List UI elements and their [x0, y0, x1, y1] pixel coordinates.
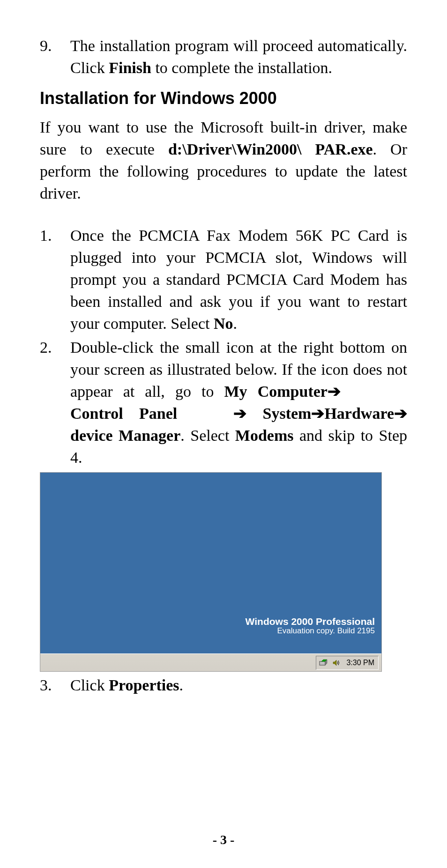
svg-rect-0: [320, 661, 325, 665]
bold-control-panel: Control Panel: [70, 405, 177, 422]
bold-finish: Finish: [109, 59, 151, 76]
step-text: Click Properties.: [70, 675, 407, 697]
taskbar-clock[interactable]: 3:30 PM: [344, 659, 374, 667]
intro-paragraph: If you want to use the Microsoft built-i…: [40, 117, 407, 205]
bold-path: d:\Driver\Win2000\ PAR.exe: [168, 141, 373, 158]
volume-tray-icon[interactable]: [331, 658, 342, 668]
step-9: 9. The installation program will proceed…: [40, 35, 407, 79]
text-fragment: .: [179, 676, 184, 694]
arrow-icon: ➔: [394, 405, 407, 422]
step-number: 2.: [40, 337, 70, 468]
bold-hardware: Hardware: [324, 405, 394, 422]
bold-device-manager: device Manager: [70, 427, 180, 444]
pcmcia-tray-icon[interactable]: [318, 658, 328, 668]
document-body: 9. The installation program will proceed…: [40, 35, 407, 697]
system-tray[interactable]: 3:30 PM: [316, 656, 379, 670]
step-text: Double-click the small icon at the right…: [70, 337, 407, 468]
text-fragment: .: [233, 315, 237, 332]
bold-properties: Properties: [109, 676, 179, 694]
arrow-icon: ➔: [311, 405, 324, 422]
bold-system: System: [263, 405, 312, 422]
section-heading: Installation for Windows 2000: [40, 89, 407, 108]
desktop-background: Windows 2000 Professional Evaluation cop…: [40, 473, 381, 654]
step-number: 1.: [40, 225, 70, 335]
taskbar[interactable]: 3:30 PM: [40, 653, 381, 671]
step-text: The installation program will proceed au…: [70, 35, 407, 79]
arrow-icon: ➔: [233, 405, 246, 422]
text-fragment: to complete the installation.: [151, 59, 332, 76]
bold-no: No: [214, 315, 233, 332]
bold-modems: Modems: [235, 427, 294, 444]
bold-my-computer: My Computer: [224, 383, 328, 400]
step-number: 3.: [40, 675, 70, 697]
watermark-subtitle: Evaluation copy. Build 2195: [277, 626, 375, 636]
text-fragment: Once the PCMCIA Fax Modem 56K PC Card is…: [70, 227, 407, 332]
watermark-title: Windows 2000 Professional: [246, 616, 375, 627]
step-2: 2. Double-click the small icon at the ri…: [40, 337, 407, 468]
arrow-icon: ➔: [328, 383, 341, 400]
step-number: 9.: [40, 35, 70, 79]
windows-screenshot: Windows 2000 Professional Evaluation cop…: [40, 472, 382, 672]
step-text: Once the PCMCIA Fax Modem 56K PC Card is…: [70, 225, 407, 335]
text-fragment: . Select: [180, 427, 235, 444]
page-number: - 3 -: [0, 832, 447, 847]
text-fragment: Click: [70, 676, 109, 694]
step-3: 3. Click Properties.: [40, 675, 407, 697]
step-1: 1. Once the PCMCIA Fax Modem 56K PC Card…: [40, 225, 407, 335]
